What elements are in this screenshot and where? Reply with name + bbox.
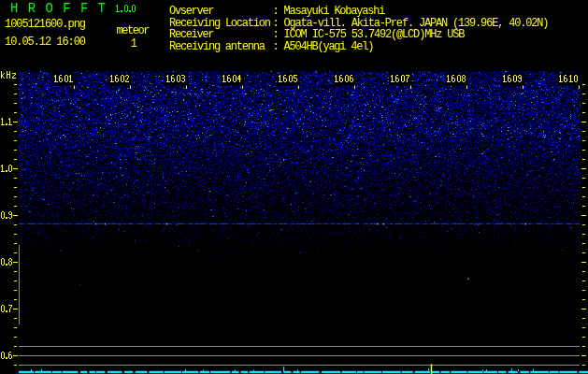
svg-text:1005121600.png: 1005121600.png	[5, 18, 86, 31]
svg-text:Receiving antenna: Receiving antenna	[169, 40, 265, 53]
svg-text:: A504HB(yagi 4el): : A504HB(yagi 4el)	[273, 40, 375, 53]
svg-text:meteor: meteor	[117, 24, 151, 37]
svg-text:1: 1	[131, 37, 137, 50]
svg-text:H R O F F T: H R O F F T	[10, 1, 106, 16]
svg-text:10.05.12 16:00: 10.05.12 16:00	[5, 36, 86, 49]
